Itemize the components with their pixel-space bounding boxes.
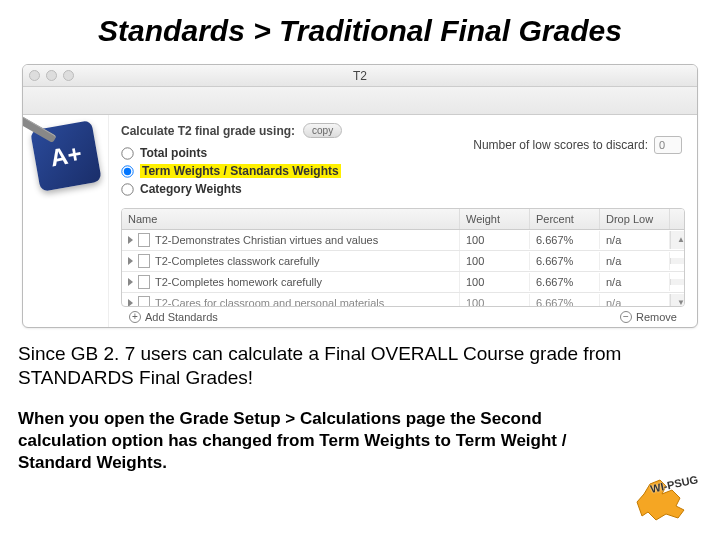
document-icon — [138, 296, 150, 306]
slide-title: Standards > Traditional Final Grades — [0, 0, 720, 56]
window-title-bar: T2 — [23, 65, 697, 87]
chevron-right-icon[interactable] — [128, 236, 133, 244]
discard-input[interactable] — [654, 136, 682, 154]
radio-total-input[interactable] — [121, 147, 133, 159]
remove-label: Remove — [636, 311, 677, 323]
cell-droplow: n/a — [600, 252, 670, 270]
cell-weight: 100 — [460, 294, 530, 306]
col-scroll — [670, 215, 684, 223]
zoom-icon[interactable] — [63, 70, 74, 81]
cell-weight: 100 — [460, 252, 530, 270]
cell-percent: 6.667% — [530, 294, 600, 306]
add-standards-button[interactable]: + Add Standards — [129, 311, 218, 323]
app-window: T2 A+ Calculate T2 final grade using: co… — [22, 64, 698, 328]
traffic-lights — [29, 70, 74, 81]
document-icon — [138, 275, 150, 289]
minimize-icon[interactable] — [46, 70, 57, 81]
radio-category-label: Category Weights — [140, 182, 242, 196]
radio-term-input[interactable] — [121, 165, 133, 177]
cell-name: T2-Cares for classroom and personal mate… — [155, 297, 384, 306]
cell-name: T2-Completes classwork carefully — [155, 255, 319, 267]
table-row[interactable]: T2-Demonstrates Christian virtues and va… — [122, 230, 684, 251]
side-icon-area: A+ — [23, 115, 109, 327]
col-percent[interactable]: Percent — [530, 209, 600, 229]
cell-droplow: n/a — [600, 294, 670, 306]
grid-header: Name Weight Percent Drop Low — [122, 209, 684, 230]
body-text-1: Since GB 2. 7 users can calculate a Fina… — [18, 342, 702, 390]
standards-grid: Name Weight Percent Drop Low T2-Demonstr… — [121, 208, 685, 307]
radio-term-weights[interactable]: Term Weights / Standards Weights — [121, 162, 685, 180]
cell-droplow: n/a — [600, 273, 670, 291]
cell-percent: 6.667% — [530, 252, 600, 270]
grid-footer: + Add Standards − Remove — [121, 307, 685, 323]
cell-percent: 6.667% — [530, 231, 600, 249]
cell-droplow: n/a — [600, 231, 670, 249]
toolbar — [23, 87, 697, 115]
cell-weight: 100 — [460, 273, 530, 291]
radio-term-label: Term Weights / Standards Weights — [140, 164, 341, 178]
document-icon — [138, 254, 150, 268]
radio-category-weights[interactable]: Category Weights — [121, 180, 685, 198]
cell-weight: 100 — [460, 231, 530, 249]
calc-label: Calculate T2 final grade using: — [121, 124, 295, 138]
body-text-2: When you open the Grade Setup > Calculat… — [18, 408, 578, 474]
col-weight[interactable]: Weight — [460, 209, 530, 229]
table-row[interactable]: T2-Completes homework carefully 100 6.66… — [122, 272, 684, 293]
wi-psug-logo: WI-PSUG — [632, 474, 692, 524]
cell-percent: 6.667% — [530, 273, 600, 291]
scroll-gutter[interactable] — [670, 279, 684, 285]
window-title: T2 — [23, 69, 697, 83]
discard-row: Number of low scores to discard: — [473, 136, 682, 154]
radio-category-input[interactable] — [121, 183, 133, 195]
close-icon[interactable] — [29, 70, 40, 81]
chevron-right-icon[interactable] — [128, 257, 133, 265]
minus-icon: − — [620, 311, 632, 323]
cell-name: T2-Completes homework carefully — [155, 276, 322, 288]
grid-body: T2-Demonstrates Christian virtues and va… — [122, 230, 684, 306]
remove-button[interactable]: − Remove — [620, 311, 677, 323]
scroll-gutter[interactable]: ▲ — [670, 231, 684, 249]
scroll-gutter[interactable]: ▼ — [670, 294, 684, 306]
col-droplow[interactable]: Drop Low — [600, 209, 670, 229]
col-name[interactable]: Name — [122, 209, 460, 229]
chevron-right-icon[interactable] — [128, 299, 133, 306]
add-standards-label: Add Standards — [145, 311, 218, 323]
discard-label: Number of low scores to discard: — [473, 138, 648, 152]
table-row[interactable]: T2-Completes classwork carefully 100 6.6… — [122, 251, 684, 272]
chevron-right-icon[interactable] — [128, 278, 133, 286]
copy-button[interactable]: copy — [303, 123, 342, 138]
document-icon — [138, 233, 150, 247]
radio-total-label: Total points — [140, 146, 207, 160]
gradebook-icon: A+ — [30, 120, 102, 192]
scroll-gutter[interactable] — [670, 258, 684, 264]
table-row[interactable]: T2-Cares for classroom and personal mate… — [122, 293, 684, 306]
plus-icon: + — [129, 311, 141, 323]
cell-name: T2-Demonstrates Christian virtues and va… — [155, 234, 378, 246]
